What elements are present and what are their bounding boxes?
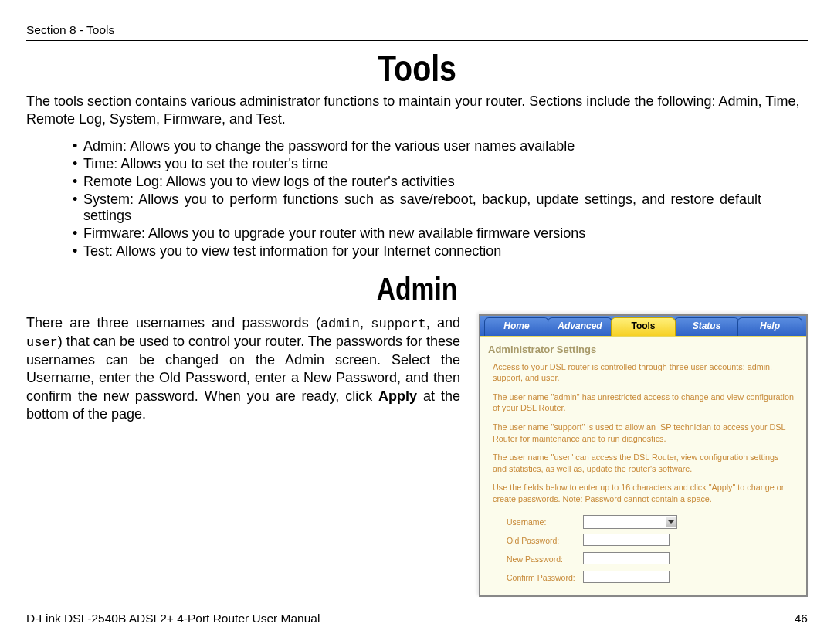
tab-help[interactable]: Help	[737, 317, 802, 336]
panel-text: Use the fields below to enter up to 16 c…	[488, 482, 798, 504]
new-password-input[interactable]	[583, 552, 670, 564]
confirm-password-input[interactable]	[583, 571, 670, 583]
page-footer: D-Link DSL-2540B ADSL2+ 4-Port Router Us…	[26, 608, 808, 625]
footer-page-number: 46	[795, 612, 808, 625]
text: There are three usernames and passwords …	[26, 315, 320, 330]
chevron-down-icon[interactable]	[666, 517, 676, 527]
list-item: Admin: Allows you to change the password…	[73, 138, 761, 154]
panel-text: Access to your DSL router is controlled …	[488, 361, 798, 384]
list-item: Test: Allows you to view test informatio…	[73, 243, 761, 259]
tab-advanced[interactable]: Advanced	[548, 317, 612, 336]
label-confirm-password: Confirm Password:	[503, 569, 578, 586]
section-header: Section 8 - Tools	[26, 23, 808, 41]
password-form: Username: Old Password: New Password: Co…	[502, 512, 682, 588]
label-username: Username:	[503, 514, 578, 530]
admin-description: There are three usernames and passwords …	[26, 314, 463, 424]
apply-word: Apply	[378, 388, 417, 404]
router-admin-screenshot: Home Advanced Tools Status Help Administ…	[479, 314, 808, 598]
list-item: Time: Allows you to set the router's tim…	[73, 156, 761, 172]
list-item: Firmware: Allows you to upgrade your rou…	[73, 225, 761, 242]
label-old-password: Old Password:	[503, 532, 578, 549]
label-new-password: New Password:	[503, 551, 578, 568]
username-admin: admin	[320, 317, 360, 331]
panel-text: The user name "admin" has unrestricted a…	[488, 391, 798, 414]
text: ,	[360, 315, 371, 330]
tab-tools[interactable]: Tools	[611, 317, 676, 336]
page-title-admin: Admin	[89, 272, 745, 307]
panel-heading: Administrator Settings	[488, 344, 798, 355]
panel-text: The user name "support" is used to allow…	[488, 422, 798, 444]
panel-body: Administrator Settings Access to your DS…	[480, 336, 806, 596]
panel-text: The user name "user" can access the DSL …	[488, 452, 798, 474]
tab-row: Home Advanced Tools Status Help	[480, 316, 806, 336]
list-item: Remote Log: Allows you to view logs of t…	[73, 174, 761, 190]
username-dropdown[interactable]	[583, 515, 677, 529]
intro-paragraph: The tools section contains various admin…	[26, 93, 808, 129]
footer-manual-title: D-Link DSL-2540B ADSL2+ 4-Port Router Us…	[26, 612, 320, 625]
text: , and	[426, 315, 460, 330]
tab-home[interactable]: Home	[484, 317, 549, 336]
old-password-input[interactable]	[583, 534, 670, 546]
tab-status[interactable]: Status	[674, 317, 739, 336]
list-item: System: Allows you to perform functions …	[73, 192, 761, 224]
page-title-tools: Tools	[97, 47, 737, 90]
username-user: user	[26, 335, 58, 350]
username-support: support	[371, 317, 425, 331]
tools-bullet-list: Admin: Allows you to change the password…	[26, 138, 761, 259]
